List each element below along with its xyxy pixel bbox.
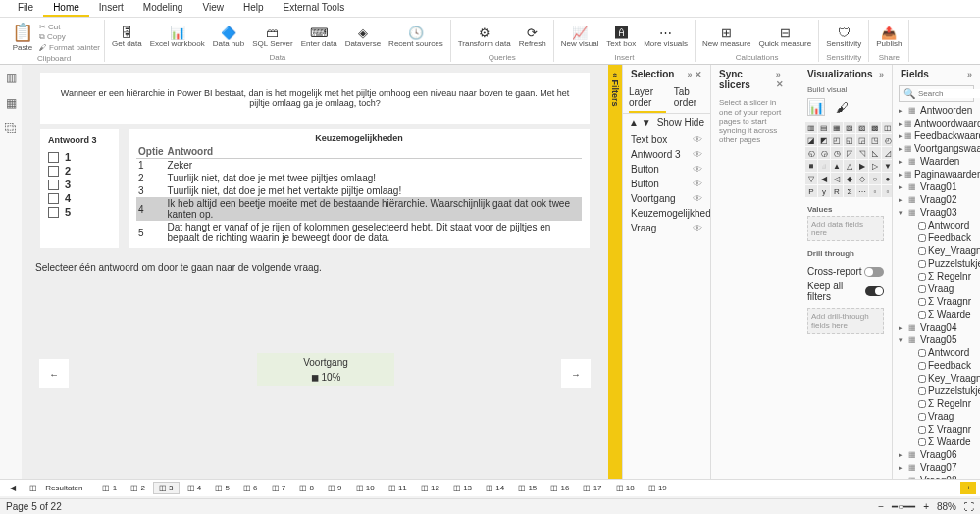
- field-checkbox[interactable]: [918, 247, 926, 255]
- field-checkbox[interactable]: [918, 362, 926, 370]
- progress-visual[interactable]: Voortgang ◼ 10%: [257, 353, 394, 386]
- viz-type-button[interactable]: ◳: [869, 134, 881, 146]
- viz-type-button[interactable]: ◸: [844, 147, 855, 159]
- viz-type-button[interactable]: ◶: [818, 147, 830, 159]
- page-tab-8[interactable]: ◫ 8: [293, 482, 320, 494]
- menu-home[interactable]: Home: [43, 0, 89, 17]
- field-column[interactable]: Puzzelstukje: [895, 385, 978, 397]
- values-well[interactable]: Add data fields here: [807, 216, 884, 241]
- viz-type-button[interactable]: ◆: [844, 173, 855, 184]
- field-checkbox[interactable]: [918, 311, 926, 319]
- question-text-box[interactable]: Wanneer er een hiërarchie in Power BI be…: [40, 73, 590, 124]
- field-column[interactable]: Σ Waarde: [895, 436, 978, 448]
- field-table-Antwoordwaarden[interactable]: ▸▦Antwoordwaarden: [895, 117, 978, 129]
- field-table-Vraag02[interactable]: ▸▦Vraag02: [895, 193, 978, 206]
- dataverse-button[interactable]: ◈Dataverse: [342, 24, 384, 49]
- field-table-Paginawaarden[interactable]: ▸▦Paginawaarden: [895, 168, 978, 180]
- field-table-Antwoorden[interactable]: ▸▦Antwoorden: [895, 104, 978, 117]
- page-tab-9[interactable]: ◫ 9: [322, 482, 348, 494]
- field-column[interactable]: Antwoord: [895, 219, 978, 231]
- report-canvas[interactable]: Wanneer er een hiërarchie in Power BI be…: [22, 65, 608, 496]
- viz-type-button[interactable]: △: [844, 160, 855, 172]
- viz-type-button[interactable]: ▽: [805, 173, 817, 184]
- data-hub-button[interactable]: 🔷Data hub: [210, 24, 247, 49]
- viz-type-button[interactable]: ▤: [818, 122, 830, 133]
- visibility-toggle[interactable]: 👁: [693, 134, 702, 145]
- field-table-Vraag01[interactable]: ▸▦Vraag01: [895, 180, 978, 193]
- answer-option-2[interactable]: 2: [48, 165, 111, 177]
- field-column[interactable]: Feedback: [895, 231, 978, 244]
- excel-button[interactable]: 📊Excel workbook: [147, 24, 208, 49]
- viz-type-button[interactable]: ▫: [869, 185, 881, 197]
- field-column[interactable]: Feedback: [895, 359, 978, 372]
- menu-external-tools[interactable]: External Tools: [274, 0, 355, 17]
- page-tab-10[interactable]: ◫ 10: [350, 482, 381, 494]
- visibility-toggle[interactable]: 👁: [693, 164, 702, 175]
- selection-item[interactable]: Keuzemogelijkheden👁: [623, 206, 710, 221]
- page-tab-16[interactable]: ◫ 16: [544, 482, 575, 494]
- page-tab-4[interactable]: ◫ 4: [181, 482, 208, 494]
- field-column[interactable]: Key_Vraagnr_R...: [895, 244, 978, 257]
- menu-view[interactable]: View: [192, 0, 233, 17]
- choice-row[interactable]: 2Tuurlijk niet, dat doe je met twee pijl…: [136, 172, 582, 184]
- field-column[interactable]: Σ Vraagnr: [895, 295, 978, 308]
- drill-through-well[interactable]: Add drill-through fields here: [807, 308, 884, 334]
- viz-type-button[interactable]: ◹: [856, 147, 868, 159]
- page-tab-19[interactable]: ◫ 19: [643, 482, 673, 494]
- field-table-Vraag07[interactable]: ▸▦Vraag07: [895, 461, 978, 474]
- viz-type-button[interactable]: ▧: [856, 122, 868, 133]
- field-table-Vraag06[interactable]: ▸▦Vraag06: [895, 448, 978, 461]
- viz-type-button[interactable]: P: [805, 185, 817, 197]
- fit-page-button[interactable]: ⛶: [964, 501, 974, 512]
- sensitivity-button[interactable]: 🛡Sensitivity: [823, 24, 864, 49]
- tab-order-tab[interactable]: Tab order: [674, 83, 704, 113]
- more-visuals-button[interactable]: ⋯More visuals: [641, 24, 691, 49]
- field-table-Waarden[interactable]: ▸▦Waarden: [895, 155, 978, 168]
- transform-data-button[interactable]: ⚙Transform data: [455, 24, 514, 49]
- viz-type-button[interactable]: ◵: [805, 147, 817, 159]
- get-data-button[interactable]: 🗄Get data: [109, 24, 145, 49]
- menu-modeling[interactable]: Modeling: [133, 0, 193, 17]
- choices-visual[interactable]: Keuzemogelijkheden OptieAntwoord 1Zeker2…: [129, 129, 590, 248]
- field-checkbox[interactable]: [918, 260, 926, 268]
- viz-type-button[interactable]: ▦: [831, 122, 843, 133]
- field-table-Voortgangswaarden[interactable]: ▸▦Voortgangswaarden: [895, 142, 978, 155]
- viz-type-button[interactable]: ◾: [805, 160, 817, 172]
- viz-type-button[interactable]: ▶: [856, 160, 868, 172]
- field-checkbox[interactable]: [918, 387, 926, 395]
- selection-item[interactable]: Vraag👁: [623, 221, 710, 235]
- field-checkbox[interactable]: [918, 234, 926, 242]
- viz-type-button[interactable]: ◲: [856, 134, 868, 146]
- menu-file[interactable]: File: [8, 0, 43, 17]
- field-column[interactable]: Puzzelstukje: [895, 257, 978, 270]
- visibility-toggle[interactable]: 👁: [693, 149, 702, 160]
- viz-type-button[interactable]: ◰: [831, 134, 843, 146]
- field-checkbox[interactable]: [918, 349, 926, 357]
- viz-type-button[interactable]: ▲: [831, 160, 843, 172]
- page-tab-11[interactable]: ◫ 11: [383, 482, 413, 494]
- answer-option-4[interactable]: 4: [48, 192, 111, 204]
- field-column[interactable]: Σ Regelnr: [895, 270, 978, 283]
- page-tab-1[interactable]: ◫ 1: [96, 482, 123, 494]
- answer-option-3[interactable]: 3: [48, 179, 111, 190]
- new-measure-button[interactable]: ⊞New measure: [699, 24, 753, 49]
- answer-option-5[interactable]: 5: [48, 206, 111, 218]
- field-checkbox[interactable]: [918, 298, 926, 306]
- fields-collapse-button[interactable]: »: [967, 70, 972, 79]
- field-column[interactable]: Σ Waarde: [895, 308, 978, 321]
- viz-type-button[interactable]: ◀: [818, 173, 830, 184]
- page-tab-17[interactable]: ◫ 17: [577, 482, 607, 494]
- field-checkbox[interactable]: [918, 400, 926, 408]
- page-tab-6[interactable]: ◫ 6: [237, 482, 264, 494]
- viz-type-button[interactable]: ▩: [869, 122, 881, 133]
- field-checkbox[interactable]: [918, 426, 926, 434]
- page-tab-12[interactable]: ◫ 12: [415, 482, 445, 494]
- page-tab-5[interactable]: ◫ 5: [209, 482, 235, 494]
- selection-item[interactable]: Text box👁: [623, 132, 710, 147]
- selection-item[interactable]: Button👁: [623, 162, 710, 177]
- field-table-Vraag05[interactable]: ▾▦Vraag05: [895, 334, 978, 346]
- choice-row[interactable]: 4Ik heb altijd een beetje moeite met de …: [136, 197, 582, 221]
- page-tab-7[interactable]: ◫ 7: [266, 482, 292, 494]
- pager-prev[interactable]: ◀: [4, 482, 22, 494]
- field-checkbox[interactable]: [918, 285, 926, 293]
